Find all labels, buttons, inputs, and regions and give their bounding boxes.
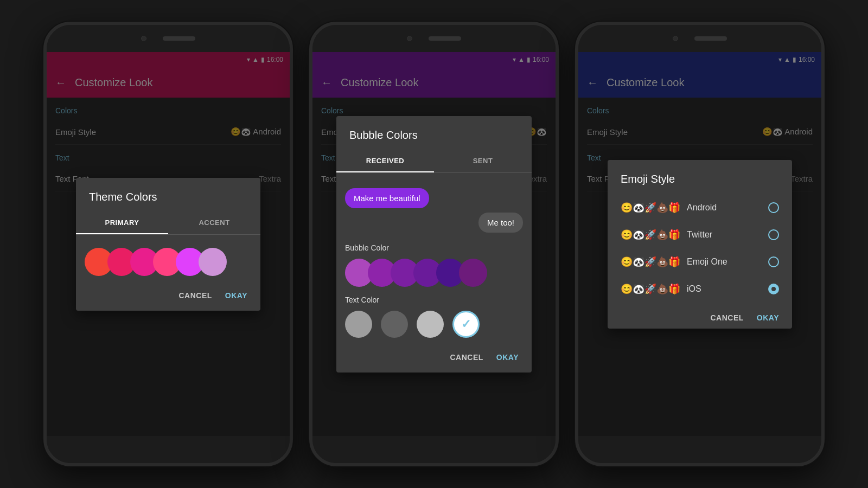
bubble-received-preview: Me too!	[478, 213, 523, 233]
phone-1: ▾ ▲ ▮ 16:00 ← Customize Look Colors Emoj…	[43, 22, 293, 466]
front-camera-2	[407, 36, 412, 41]
cancel-button-3[interactable]: CANCEL	[710, 311, 743, 324]
text-swatch-2[interactable]	[381, 311, 408, 338]
phone-3: ▾ ▲ ▮ 16:00 ← Customize Look Colors Emoj…	[575, 22, 825, 466]
color-swatches-1	[76, 243, 260, 280]
text-swatch-3[interactable]	[417, 311, 444, 338]
front-camera-3	[673, 36, 678, 41]
emoji-option-emojione-emojis: 😊🐼🚀💩🎁	[621, 256, 680, 268]
bubble-swatch-6[interactable]	[459, 259, 487, 287]
phone-top-bar-2	[312, 25, 556, 52]
dialog-actions-2: CANCEL OKAY	[336, 342, 532, 368]
bubble-preview: Make me beautiful Me too!	[336, 182, 532, 239]
swatch-lavender[interactable]	[199, 248, 227, 276]
bubble-swatches	[336, 254, 532, 291]
okay-button-2[interactable]: OKAY	[496, 351, 519, 364]
text-color-label: Text Color	[336, 291, 532, 306]
emoji-option-ios-label: iOS	[687, 284, 768, 294]
radio-android[interactable]	[768, 202, 779, 213]
dialog-title-1: Theme Colors	[76, 191, 260, 212]
text-swatch-4-selected[interactable]: ✓	[452, 311, 480, 338]
emoji-option-android-emojis: 😊🐼🚀💩🎁	[621, 202, 680, 214]
bubble-sent-preview: Make me beautiful	[345, 188, 429, 208]
phone-bottom-3	[578, 436, 821, 463]
phone-bottom-1	[47, 436, 290, 463]
phone-speaker-3	[694, 36, 727, 41]
phone-2: ▾ ▲ ▮ 16:00 ← Customize Look Colors Emoj…	[309, 22, 559, 466]
okay-button-1[interactable]: OKAY	[225, 289, 247, 302]
bubble-color-label: Bubble Color	[336, 239, 532, 254]
dialog-actions-1: CANCEL OKAY	[76, 280, 260, 306]
dialog-title-3: Emoji Style	[608, 173, 792, 194]
radio-emojione[interactable]	[768, 256, 779, 267]
phone-top-bar-1	[47, 25, 290, 52]
dialog-overlay-3: Emoji Style 😊🐼🚀💩🎁 Android 😊🐼🚀💩🎁 Twitter …	[578, 52, 821, 436]
bubble-colors-dialog: Bubble Colors RECEIVED SENT Make me beau…	[336, 116, 532, 373]
phone-screen-2: ▾ ▲ ▮ 16:00 ← Customize Look Colors Emoj…	[312, 52, 556, 436]
tab-accent[interactable]: ACCENT	[168, 212, 260, 234]
emoji-option-twitter-label: Twitter	[687, 230, 768, 240]
emoji-option-emojione[interactable]: 😊🐼🚀💩🎁 Emoji One	[608, 248, 792, 275]
tab-received[interactable]: RECEIVED	[336, 150, 434, 172]
dialog-tabs-1: PRIMARY ACCENT	[76, 212, 260, 235]
radio-ios-selected[interactable]	[768, 284, 779, 294]
dialog-overlay-2: Bubble Colors RECEIVED SENT Make me beau…	[312, 52, 556, 436]
dialog-title-2: Bubble Colors	[336, 129, 532, 150]
phone-screen-1: ▾ ▲ ▮ 16:00 ← Customize Look Colors Emoj…	[47, 52, 290, 436]
emoji-option-ios-emojis: 😊🐼🚀💩🎁	[621, 283, 680, 295]
text-swatch-1[interactable]	[345, 311, 372, 338]
phone-speaker-2	[429, 36, 461, 41]
emoji-option-android[interactable]: 😊🐼🚀💩🎁 Android	[608, 194, 792, 221]
emoji-option-emojione-label: Emoji One	[687, 257, 768, 267]
emoji-option-android-label: Android	[687, 203, 768, 213]
emoji-style-dialog: Emoji Style 😊🐼🚀💩🎁 Android 😊🐼🚀💩🎁 Twitter …	[608, 160, 792, 329]
front-camera	[141, 36, 146, 41]
dialog-tabs-2: RECEIVED SENT	[336, 150, 532, 173]
text-swatches: ✓	[336, 306, 532, 342]
tab-sent[interactable]: SENT	[434, 150, 532, 172]
phone-bottom-2	[312, 436, 556, 463]
tab-primary[interactable]: PRIMARY	[76, 212, 168, 234]
phone-top-bar-3	[578, 25, 821, 52]
radio-twitter[interactable]	[768, 229, 779, 240]
emoji-option-twitter-emojis: 😊🐼🚀💩🎁	[621, 229, 680, 241]
dialog-actions-3: CANCEL OKAY	[608, 303, 792, 329]
phone-screen-3: ▾ ▲ ▮ 16:00 ← Customize Look Colors Emoj…	[578, 52, 821, 436]
emoji-option-ios[interactable]: 😊🐼🚀💩🎁 iOS	[608, 275, 792, 303]
checkmark-icon: ✓	[461, 317, 471, 331]
cancel-button-1[interactable]: CANCEL	[178, 289, 212, 302]
dialog-overlay-1: Theme Colors PRIMARY ACCENT CANC	[47, 52, 290, 436]
cancel-button-2[interactable]: CANCEL	[450, 351, 483, 364]
phone-speaker	[163, 36, 195, 41]
okay-button-3[interactable]: OKAY	[757, 311, 779, 324]
theme-colors-dialog: Theme Colors PRIMARY ACCENT CANC	[76, 178, 260, 311]
emoji-option-twitter[interactable]: 😊🐼🚀💩🎁 Twitter	[608, 221, 792, 248]
